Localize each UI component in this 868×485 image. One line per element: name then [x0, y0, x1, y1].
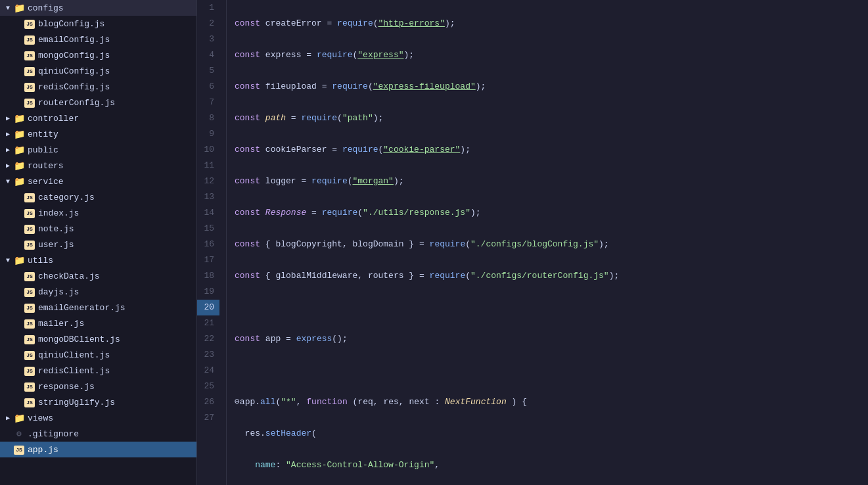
sidebar-item-category[interactable]: JS category.js	[0, 189, 196, 205]
chevron-right-icon: ▶	[3, 146, 13, 154]
js-file-icon: JS	[24, 334, 35, 344]
sidebar-item-checkData[interactable]: JS checkData.js	[0, 268, 196, 284]
sidebar-item-response[interactable]: JS response.js	[0, 379, 196, 394]
code-line-11: const app = express();	[235, 331, 868, 347]
chevron-down-icon: ▼	[3, 178, 13, 185]
js-file-icon: JS	[24, 34, 35, 45]
sidebar-item-qiniuConfig[interactable]: JS qiniuConfig.js	[0, 63, 196, 79]
sidebar-item-label: mongoDBClient.js	[38, 335, 120, 344]
sidebar-item-label: views	[28, 413, 53, 423]
sidebar-item-entity[interactable]: ▶ 📁 entity	[0, 126, 196, 142]
sidebar-item-label: blogConfig.js	[38, 19, 104, 29]
folder-icon: 📁	[13, 113, 25, 124]
js-file-icon: JS	[24, 66, 35, 76]
sidebar-item-emailGenerator[interactable]: JS emailGenerator.js	[0, 300, 196, 315]
js-file-icon: JS	[24, 18, 35, 29]
sidebar-item-label: configs	[28, 3, 64, 13]
chevron-right-icon: ▶	[3, 114, 13, 122]
code-line-15: name: "Access-Control-Allow-Origin",	[235, 457, 868, 473]
js-file-icon: JS	[24, 223, 35, 234]
js-file-icon: JS	[24, 365, 35, 376]
sidebar-item-qiniuClient[interactable]: JS qiniuClient.js	[0, 347, 196, 363]
code-line-10	[235, 300, 868, 315]
sidebar-item-label: mailer.js	[38, 319, 84, 329]
js-file-icon: JS	[24, 81, 35, 92]
js-file-icon: JS	[24, 192, 35, 202]
sidebar-item-blogConfig[interactable]: JS blogConfig.js	[0, 16, 196, 32]
sidebar-item-label: index.js	[38, 208, 79, 218]
js-file-icon: JS	[24, 208, 35, 218]
sidebar-item-label: app.js	[28, 445, 58, 455]
sidebar-item-index[interactable]: JS index.js	[0, 205, 196, 221]
folder-icon: 📁	[13, 413, 25, 424]
sidebar-item-label: utils	[28, 256, 53, 266]
sidebar-item-label: checkData.js	[38, 271, 100, 281]
code-line-4: const path = require("path");	[235, 110, 868, 126]
sidebar-item-note[interactable]: JS note.js	[0, 221, 196, 237]
sidebar-item-dayjs[interactable]: JS dayjs.js	[0, 284, 196, 300]
code-lines[interactable]: const createError = require("http-errors…	[227, 0, 868, 485]
sidebar-item-user[interactable]: JS user.js	[0, 237, 196, 252]
sidebar-item-redisConfig[interactable]: JS redisConfig.js	[0, 79, 196, 95]
code-line-7: const Response = require("./utils/respon…	[235, 205, 868, 221]
sidebar-item-mongoDBClient[interactable]: JS mongoDBClient.js	[0, 331, 196, 347]
file-explorer[interactable]: ▼ 📁 configs JS blogConfig.js JS emailCon…	[0, 0, 197, 485]
sidebar-item-controller[interactable]: ▶ 📁 controller	[0, 110, 196, 126]
sidebar-item-mailer[interactable]: JS mailer.js	[0, 315, 196, 331]
sidebar-item-label: public	[28, 145, 58, 155]
sidebar-item-label: emailGenerator.js	[38, 303, 126, 313]
code-line-5: const cookieParser = require("cookie-par…	[235, 142, 868, 158]
js-file-icon: JS	[24, 239, 35, 250]
sidebar-item-label: response.js	[38, 382, 95, 392]
sidebar-item-utils[interactable]: ▼ 📁 utils	[0, 252, 196, 268]
sidebar-item-label: dayjs.js	[38, 287, 79, 297]
folder-icon: 📁	[13, 145, 25, 156]
chevron-down-icon: ▼	[3, 257, 13, 264]
sidebar-item-emailConfig[interactable]: JS emailConfig.js	[0, 32, 196, 47]
code-line-6: const logger = require("morgan");	[235, 173, 868, 189]
sidebar-item-label: entity	[28, 129, 58, 139]
sidebar-item-stringUglify[interactable]: JS stringUglify.js	[0, 394, 196, 410]
code-line-1: const createError = require("http-errors…	[235, 16, 868, 32]
js-file-icon: JS	[24, 397, 35, 407]
sidebar-item-label: redisConfig.js	[38, 82, 110, 92]
code-line-14: res.setHeader(	[235, 426, 868, 442]
sidebar-item-label: user.js	[38, 240, 74, 250]
code-line-12	[235, 363, 868, 379]
js-file-icon: JS	[24, 287, 35, 297]
code-editor[interactable]: 12345 678910 1112131415 16171819 20 2122…	[197, 0, 868, 485]
sidebar-item-gitignore[interactable]: ⚙ .gitignore	[0, 426, 196, 442]
folder-icon: 📁	[13, 3, 25, 14]
folder-icon: 📁	[13, 255, 25, 266]
folder-icon: 📁	[13, 176, 25, 187]
js-file-icon: JS	[24, 97, 35, 108]
js-file-icon: JS	[13, 444, 25, 455]
chevron-right-icon: ▶	[3, 414, 13, 422]
code-line-2: const express = require("express");	[235, 47, 868, 63]
sidebar-item-service[interactable]: ▼ 📁 service	[0, 173, 196, 189]
sidebar-item-label: stringUglify.js	[38, 398, 115, 407]
code-line-3: const fileupload = require("express-file…	[235, 79, 868, 95]
folder-icon: 📁	[13, 129, 25, 140]
sidebar-item-public[interactable]: ▶ 📁 public	[0, 142, 196, 158]
sidebar-item-label: mongoConfig.js	[38, 51, 110, 60]
js-file-icon: JS	[24, 271, 35, 281]
sidebar-item-label: qiniuConfig.js	[38, 66, 110, 76]
sidebar-item-routerConfig[interactable]: JS routerConfig.js	[0, 95, 196, 110]
line-numbers: 12345 678910 1112131415 16171819 20 2122…	[197, 0, 227, 485]
chevron-down-icon: ▼	[3, 5, 13, 12]
chevron-right-icon: ▶	[3, 162, 13, 170]
sidebar-item-views[interactable]: ▶ 📁 views	[0, 410, 196, 426]
js-file-icon: JS	[24, 302, 35, 313]
sidebar-item-configs[interactable]: ▼ 📁 configs	[0, 0, 196, 16]
code-line-13: ⊖app.all("*", function (req, res, next :…	[235, 394, 868, 410]
folder-icon: 📁	[13, 160, 25, 172]
sidebar-item-appjs[interactable]: JS app.js	[0, 442, 196, 457]
sidebar-item-redisClient[interactable]: JS redisClient.js	[0, 363, 196, 379]
code-line-9: const { globalMiddleware, routers } = re…	[235, 268, 868, 284]
file-icon: ⚙	[13, 428, 25, 439]
sidebar-item-routers[interactable]: ▶ 📁 routers	[0, 158, 196, 173]
code-line-8: const { blogCopyright, blogDomain } = re…	[235, 237, 868, 252]
chevron-right-icon: ▶	[3, 130, 13, 138]
sidebar-item-mongoConfig[interactable]: JS mongoConfig.js	[0, 47, 196, 63]
